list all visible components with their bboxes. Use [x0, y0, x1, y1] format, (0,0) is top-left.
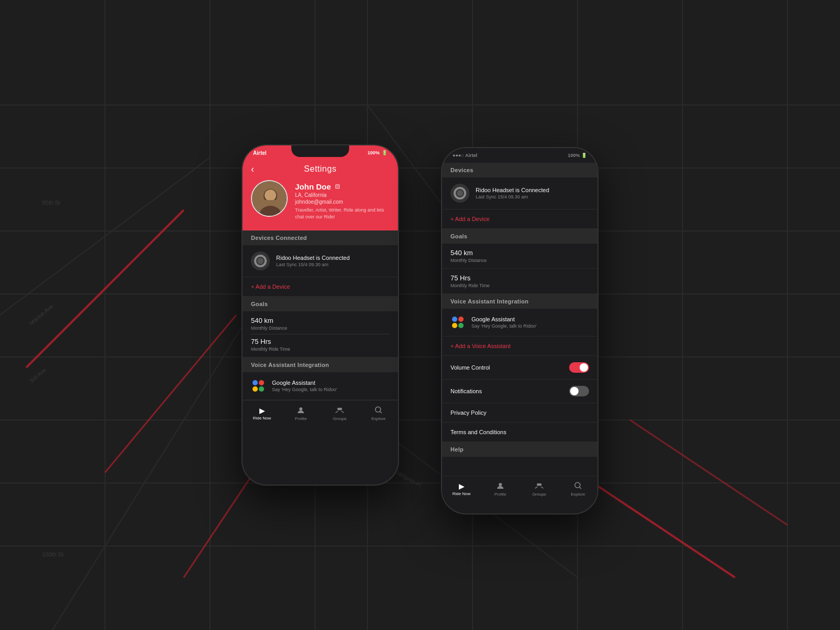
right-goal2-label: Monthly Ride Time — [450, 283, 589, 288]
right-device-item: Ridoo Headset is Connected Last Sync 15/… — [442, 177, 597, 209]
device-name: Ridoo Headset is Connected — [276, 255, 390, 261]
voice-assistant-item: Google Assistant Say 'Hey Google, talk t… — [243, 372, 398, 400]
goal1-value: 540 km — [251, 317, 390, 324]
phones-container: Airtel 100% 🔋 ‹ Settings — [0, 0, 840, 630]
profile-location: LA, California — [295, 192, 390, 198]
right-ride-now-icon: ▶ — [459, 482, 465, 490]
add-voice-button[interactable]: + Add a Voice Assistant — [442, 337, 597, 356]
avatar — [251, 180, 288, 217]
avatar-image — [252, 181, 287, 216]
right-goal-item-1: 540 km Monthly Distance — [442, 244, 597, 269]
settings-header: ‹ Settings — [243, 160, 398, 230]
volume-label: Volume Control — [450, 364, 490, 371]
goal2-label: Monthly Ride Time — [251, 346, 390, 352]
notifications-item: Notifications — [442, 380, 597, 403]
settings-title: Settings — [304, 164, 337, 174]
explore-label: Explore — [371, 416, 385, 421]
voice-section-header: Voice Assistant Integration — [243, 358, 398, 372]
right-voice-name: Google Assistant — [471, 316, 589, 322]
right-goals-header: Goals — [442, 229, 597, 244]
right-add-device-button[interactable]: + Add a Device — [442, 209, 597, 229]
nav-groups[interactable]: Groups — [320, 406, 359, 421]
nav-profile[interactable]: Profile — [281, 406, 320, 421]
right-bottom-nav: ▶ Ride Now Profile Groups — [442, 476, 597, 502]
right-phone: ●●●○ Airtel 100% 🔋 Devices — [441, 147, 598, 514]
right-goal2-value: 75 Hrs — [450, 274, 589, 282]
right-nav-ride-now[interactable]: ▶ Ride Now — [442, 482, 481, 496]
svg-point-45 — [499, 483, 502, 486]
profile-section: John Doe ⊡ LA, California johndoe@gmail.… — [251, 180, 390, 220]
right-profile-icon — [497, 482, 504, 491]
right-devices-header: Devices — [442, 163, 597, 177]
svg-point-41 — [375, 407, 381, 412]
svg-point-38 — [299, 407, 302, 411]
right-nav-profile[interactable]: Profile — [481, 482, 520, 497]
nav-ride-now[interactable]: ▶ Ride Now — [243, 406, 281, 421]
device-ring-icon — [251, 251, 270, 270]
right-voice-header: Voice Assistant Integration — [442, 294, 597, 309]
header-nav: ‹ Settings — [251, 164, 390, 174]
notifications-toggle[interactable] — [569, 386, 589, 396]
right-ride-now-label: Ride Now — [453, 491, 471, 496]
svg-line-49 — [580, 487, 581, 489]
left-bottom-nav: ▶ Ride Now Profile Groups Explore — [243, 400, 398, 426]
ride-now-icon: ▶ — [259, 406, 265, 415]
right-device-ring-icon — [450, 184, 469, 203]
profile-email: johndoe@gmail.com — [295, 199, 390, 205]
left-phone: Airtel 100% 🔋 ‹ Settings — [242, 144, 399, 486]
goal1-label: Monthly Distance — [251, 326, 390, 331]
right-status-icons: 100% 🔋 — [568, 153, 587, 158]
right-battery: 100% 🔋 — [568, 153, 587, 158]
svg-line-42 — [380, 412, 382, 413]
right-nav-explore[interactable]: Explore — [559, 482, 597, 497]
groups-icon — [335, 406, 344, 415]
device-info: Ridoo Headset is Connected Last Sync 15/… — [276, 255, 390, 267]
svg-point-40 — [340, 407, 342, 410]
svg-point-37 — [257, 258, 264, 264]
carrier-label: Airtel — [253, 150, 267, 156]
volume-control-item: Volume Control — [442, 356, 597, 380]
volume-toggle[interactable] — [569, 362, 589, 373]
right-profile-label: Profile — [495, 492, 507, 497]
nav-explore[interactable]: Explore — [359, 406, 398, 421]
profile-name: John Doe ⊡ — [295, 182, 390, 191]
goals-section-header: Goals — [243, 297, 398, 311]
right-carrier: ●●●○ Airtel — [453, 153, 477, 158]
left-phone-notch — [291, 145, 349, 157]
help-section-header: Help — [442, 442, 597, 457]
right-goal1-label: Monthly Distance — [450, 258, 589, 263]
right-explore-icon — [574, 482, 582, 491]
voice-name: Google Assistant — [272, 380, 390, 386]
terms-conditions-item[interactable]: Terms and Conditions — [442, 423, 597, 442]
svg-point-47 — [539, 483, 542, 486]
device-sync: Last Sync 15/4 09.30 am — [276, 262, 390, 267]
devices-section-header: Devices Connected — [243, 230, 398, 245]
right-nav-groups[interactable]: Groups — [520, 482, 559, 497]
svg-point-35 — [265, 190, 276, 201]
device-item: Ridoo Headset is Connected Last Sync 15/… — [243, 245, 398, 277]
right-groups-icon — [535, 482, 543, 491]
right-scroll-area: Devices Ridoo Headset is Connected Last … — [442, 163, 597, 476]
add-device-button[interactable]: + Add a Device — [243, 277, 398, 297]
profile-info: John Doe ⊡ LA, California johndoe@gmail.… — [295, 180, 390, 220]
profile-bio: Traveller, Artist, Writer. Ride along an… — [295, 207, 390, 220]
edit-icon[interactable]: ⊡ — [335, 183, 340, 190]
right-phone-content: Devices Ridoo Headset is Connected Last … — [442, 163, 597, 502]
notifications-toggle-knob — [570, 387, 579, 395]
ride-now-label: Ride Now — [253, 416, 271, 421]
svg-point-44 — [457, 190, 463, 196]
privacy-policy-item[interactable]: Privacy Policy — [442, 403, 597, 423]
explore-icon — [375, 406, 382, 415]
right-device-sync: Last Sync 15/4 09.30 am — [476, 194, 589, 200]
google-icon — [251, 379, 266, 393]
right-voice-item: Google Assistant Say 'Hey Google, talk t… — [442, 309, 597, 337]
goal-item-1: 540 km Monthly Distance 75 Hrs Monthly R… — [243, 311, 398, 358]
profile-icon — [297, 406, 304, 415]
svg-point-48 — [575, 482, 580, 488]
back-button[interactable]: ‹ — [251, 164, 254, 175]
groups-label: Groups — [333, 416, 346, 421]
voice-info: Google Assistant Say 'Hey Google, talk t… — [272, 380, 390, 392]
voice-desc: Say 'Hey Google, talk to Ridoo' — [272, 387, 390, 392]
volume-toggle-knob — [580, 363, 588, 372]
right-google-icon — [450, 315, 465, 330]
